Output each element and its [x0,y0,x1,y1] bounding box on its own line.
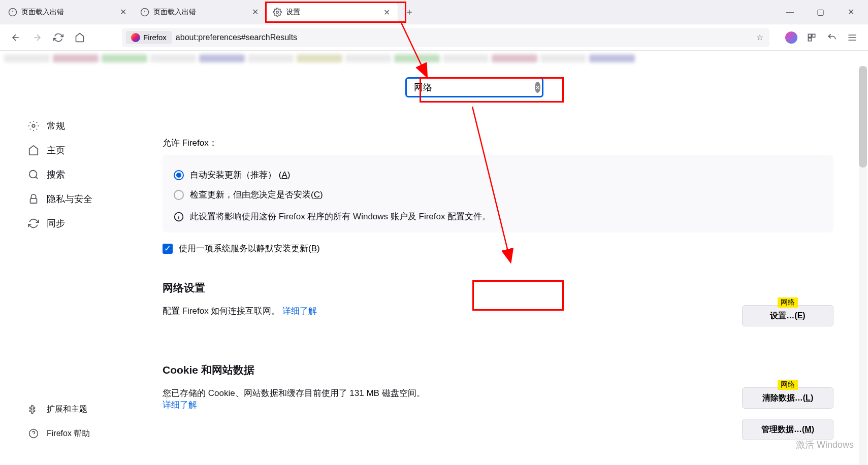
checkbox-silent-update[interactable]: ✓ 使用一项系统服务以静默安装更新(B) [163,243,833,254]
url-input[interactable]: Firefox about:preferences#searchResults … [122,28,769,47]
url-bar: Firefox about:preferences#searchResults … [0,24,868,51]
svg-rect-4 [812,34,815,37]
clear-button[interactable]: ✕ [535,82,540,93]
network-desc: 配置 Firefox 如何连接互联网。 [163,306,280,316]
cookies-desc: 您已存储的 Cookie、网站数据和缓存目前使用了 131 MB 磁盘空间。 [163,388,425,398]
sidebar-item-help[interactable]: Firefox 帮助 [21,422,127,445]
close-button[interactable]: ✕ [835,0,866,24]
sidebar-item-general[interactable]: 常规 [21,115,127,137]
content: ✕ 允许 Firefox： 自动安装更新（推荐） (A) 检查更新，但由您决定是… [142,66,858,465]
highlight-tag: 网络 [778,380,798,390]
forward-button[interactable] [27,28,47,47]
chip-text: Firefox [143,33,167,42]
sidebar-item-label: 主页 [47,144,65,156]
svg-point-7 [29,171,37,178]
scroll-thumb[interactable] [859,66,867,168]
sidebar: 常规 主页 搜索 隐私与安全 同步 扩展和主题 Firefox 帮助 [0,66,142,465]
maximize-button[interactable]: ▢ [805,0,835,24]
minimize-button[interactable]: ― [775,0,805,24]
search-field[interactable] [414,82,532,93]
close-icon[interactable]: ✕ [381,7,392,17]
tab-bar: 页面载入出错 ✕ 页面载入出错 ✕ 设置 ✕ ― ▢ ✕ [0,0,868,24]
radio-label: 自动安装更新（推荐） [190,170,276,180]
extension-button[interactable] [802,28,821,47]
info-row: 此设置将影响使用这份 Firefox 程序的所有 Windows 账户及 Fir… [174,211,822,222]
back-button[interactable] [6,28,25,47]
info-text: 此设置将影响使用这份 Firefox 程序的所有 Windows 账户及 Fir… [190,211,491,222]
new-tab-button[interactable] [400,3,419,21]
main: 常规 主页 搜索 隐私与安全 同步 扩展和主题 Firefox 帮助 [0,66,858,465]
menu-button[interactable] [843,28,862,47]
info-icon [174,212,184,222]
help-icon [27,427,40,440]
checkbox-checked-icon: ✓ [163,244,173,254]
checkbox-label: 使用一项系统服务以静默安装更新 [179,244,308,253]
gear-icon [273,8,282,17]
watermark: 激活 Windows [796,439,854,451]
radio-check-update[interactable]: 检查更新，但由您决定是否安装(C) [174,185,822,205]
bookmark-star-icon[interactable]: ☆ [754,32,765,43]
radio-checked-icon [174,170,184,180]
gear-icon [27,120,40,132]
sidebar-item-label: Firefox 帮助 [47,428,90,439]
radio-label: 检查更新，但由您决定是否安装 [190,190,311,200]
radio-auto-update[interactable]: 自动安装更新（推荐） (A) [174,165,822,185]
puzzle-icon [27,403,40,415]
info-icon [8,8,17,17]
svg-rect-8 [30,198,37,203]
window-controls: ― ▢ ✕ [775,0,866,24]
scrollbar[interactable] [859,66,867,465]
tab-error-2[interactable]: 页面载入出错 ✕ [134,2,266,22]
sync-icon [27,217,40,229]
radio-unchecked-icon [174,190,184,200]
section-title-cookies: Cookie 和网站数据 [163,363,833,377]
manage-data-button[interactable]: 管理数据…(M) [742,419,833,440]
sidebar-item-label: 常规 [47,120,65,132]
sidebar-item-extensions[interactable]: 扩展和主题 [21,398,127,420]
bookmark-bar[interactable] [0,51,868,66]
sidebar-item-privacy[interactable]: 隐私与安全 [21,188,127,210]
lock-icon [27,193,40,205]
svg-rect-5 [808,38,811,41]
home-button[interactable] [70,28,89,47]
learn-more-link[interactable]: 详细了解 [163,400,197,410]
url-chip: Firefox [126,31,172,44]
avatar [785,31,797,44]
sidebar-item-label: 扩展和主题 [47,404,87,415]
learn-more-link[interactable]: 详细了解 [282,306,317,316]
allow-label: 允许 Firefox： [163,137,833,149]
tab-title: 页面载入出错 [153,8,196,17]
reload-button[interactable] [49,28,68,47]
clear-data-button[interactable]: 网络 清除数据…(L) [742,387,833,409]
tab-settings[interactable]: 设置 ✕ [266,2,398,22]
search-icon [27,169,40,181]
tab-error-1[interactable]: 页面载入出错 ✕ [2,2,134,22]
info-icon [140,8,149,17]
highlight-tag: 网络 [778,297,798,308]
tab-title: 页面载入出错 [21,8,64,17]
settings-search-input[interactable]: ✕ [405,77,543,97]
close-icon[interactable]: ✕ [118,7,128,17]
undo-button[interactable] [822,28,842,47]
svg-point-2 [276,11,279,14]
profile-button[interactable] [782,28,801,47]
sidebar-item-label: 搜索 [47,169,65,181]
sidebar-item-label: 隐私与安全 [47,193,92,205]
sidebar-item-label: 同步 [47,217,65,229]
home-icon [27,144,40,156]
svg-rect-3 [808,34,811,37]
sidebar-item-home[interactable]: 主页 [21,139,127,161]
svg-point-6 [32,124,35,127]
section-title-network: 网络设置 [163,281,833,295]
sidebar-item-search[interactable]: 搜索 [21,163,127,186]
network-settings-button[interactable]: 网络 设置…(E) [742,305,833,326]
sidebar-item-sync[interactable]: 同步 [21,212,127,235]
close-icon[interactable]: ✕ [250,7,260,17]
url-text: about:preferences#searchResults [176,33,297,42]
firefox-icon [131,33,140,42]
tab-title: 设置 [286,8,300,17]
